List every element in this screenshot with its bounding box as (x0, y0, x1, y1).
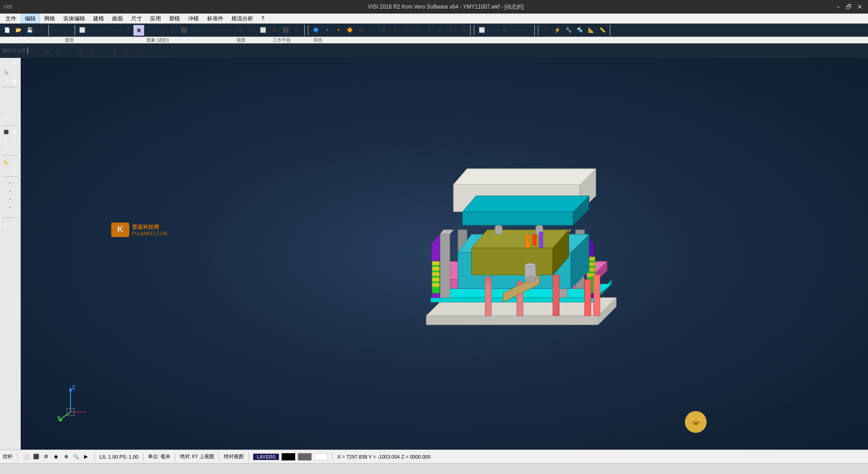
tb-v14[interactable]: ◨ (458, 25, 468, 36)
sb-zoom[interactable]: 🔍 (2, 68, 10, 76)
menu-dimension[interactable]: 尺寸 (127, 14, 146, 24)
color-swatch-black[interactable] (282, 453, 295, 460)
color-swatch-gray[interactable] (298, 453, 311, 460)
menu-grid[interactable]: 网格 (41, 14, 59, 24)
maximize-button[interactable]: 🗗 (844, 2, 854, 11)
sb-arc[interactable]: ◠ (2, 98, 10, 106)
sb-solid[interactable]: ⬛ (2, 128, 10, 136)
sb-circle[interactable]: ○ (11, 98, 19, 106)
sb-spline[interactable]: ∿ (2, 115, 10, 123)
sb-wire[interactable]: ▢ (2, 77, 10, 85)
sb-grid[interactable]: ⊞ (11, 220, 19, 228)
tb-v5[interactable]: ⬢ (356, 25, 367, 36)
sb-trim[interactable]: ✂ (2, 145, 10, 153)
sb-pan[interactable]: ✥ (11, 60, 19, 67)
tb-f8[interactable]: ◈ (109, 45, 120, 56)
tb-sys2[interactable]: ⚡ (552, 25, 563, 36)
tb-v3[interactable]: 🔸 (333, 25, 344, 36)
tb-v1[interactable]: 🔷 (311, 25, 321, 36)
tb-wp3[interactable]: ◼ (499, 25, 510, 36)
tb-t19[interactable]: ⬛ (280, 25, 291, 36)
tb-f1[interactable]: ▭ (30, 45, 41, 56)
tb-t16[interactable]: ⊠ (246, 25, 257, 36)
sb-shade[interactable]: ▣ (11, 77, 19, 85)
tb-t6[interactable]: ▣ (133, 25, 144, 36)
tb-t12[interactable]: ⋮ (201, 25, 212, 36)
menu-file[interactable]: 文件 (2, 14, 20, 24)
status-icon-2[interactable]: ⬛ (32, 453, 40, 461)
tb-v6[interactable]: ⬡ (367, 25, 378, 36)
sb-select[interactable]: ↖ (2, 60, 10, 67)
status-icon-5[interactable]: ⊕ (62, 453, 70, 461)
tb-t18[interactable]: ◼ (269, 25, 280, 36)
tb-undo[interactable]: ↩ (51, 25, 61, 36)
tb-f3[interactable]: ⊡ (53, 45, 64, 56)
tb-t2[interactable]: ◻ (88, 25, 99, 36)
sb-rotate[interactable]: ↻ (11, 68, 19, 76)
status-icon-7[interactable]: ▶ (82, 453, 90, 461)
tb-v4[interactable]: 🔶 (344, 25, 355, 36)
tb-v7[interactable]: ⬟ (378, 25, 389, 36)
sb-fillet[interactable]: ⌒ (11, 145, 19, 153)
tb-open[interactable]: 📂 (13, 25, 24, 36)
tb-t20[interactable]: ▦ (292, 25, 302, 36)
sb-surface[interactable]: ◼ (11, 128, 19, 136)
tb-sys3[interactable]: 🔧 (563, 25, 574, 36)
tb-sys4[interactable]: 🔩 (575, 25, 585, 36)
tb-v11[interactable]: ⬗ (424, 25, 434, 36)
menu-standard[interactable]: 标准件 (203, 14, 227, 24)
tb-redo[interactable]: ↪ (62, 25, 73, 36)
tb-v12[interactable]: ⬖ (435, 25, 446, 36)
status-icon-3[interactable]: ⚙ (42, 453, 50, 461)
sb-m3[interactable]: ─ (2, 195, 19, 203)
tb-t11[interactable]: ⊗ (190, 25, 201, 36)
tb-wp2[interactable]: ◻ (488, 25, 499, 36)
color-swatch-white[interactable] (314, 453, 328, 460)
tb-t9[interactable]: ⊞ (167, 25, 178, 36)
sb-rect[interactable]: ▭ (2, 107, 10, 114)
tb-t8[interactable]: △ (156, 25, 167, 36)
sb-m2[interactable]: ─ (2, 187, 19, 194)
menu-flow[interactable]: 模流分析 (228, 14, 257, 24)
tb-v2[interactable]: 🔹 (322, 25, 333, 36)
tb-v10[interactable]: ⬘ (412, 25, 423, 36)
tb-sys1[interactable]: ⚙ (541, 25, 552, 36)
tb-t4[interactable]: ↔ (111, 25, 122, 36)
menu-solid-edit[interactable]: 实体编辑 (60, 14, 89, 24)
sb-point[interactable]: · (2, 90, 10, 97)
menu-surface[interactable]: 曲面 (108, 14, 127, 24)
tb-t5[interactable]: ⊕ (122, 25, 133, 36)
tb-t7[interactable]: ⬡ (145, 25, 156, 36)
menu-mold[interactable]: 塑模 (165, 14, 184, 24)
sb-mirror[interactable]: ⇔ (11, 137, 19, 144)
menu-help[interactable]: ? (258, 14, 268, 24)
sb-measure[interactable]: 📐 (2, 158, 10, 166)
menu-build[interactable]: 建模 (90, 14, 108, 24)
tb-t14[interactable]: ⊟ (224, 25, 235, 36)
sb-info[interactable]: ℹ (2, 166, 10, 174)
tb-wp1[interactable]: ⬜ (476, 25, 487, 36)
tb-v9[interactable]: ⬙ (401, 25, 412, 36)
menu-edit[interactable]: 编辑 (21, 14, 40, 24)
tb-print[interactable]: 🖨 (36, 25, 47, 36)
tb-save[interactable]: 💾 (24, 25, 35, 36)
tb-sys6[interactable]: 📏 (597, 25, 608, 36)
sb-dim[interactable]: ↔ (11, 158, 19, 166)
tb-t13[interactable]: ▤ (212, 25, 223, 36)
tb-f5[interactable]: ◧ (75, 45, 86, 56)
sb-bool[interactable]: ⊕ (2, 137, 10, 144)
tb-sys5[interactable]: 📐 (586, 25, 597, 36)
status-icon-4[interactable]: ◉ (52, 453, 60, 461)
tb-f9[interactable]: ◉ (121, 45, 132, 56)
tb-t15[interactable]: ▣ (235, 25, 246, 36)
sb-m1[interactable]: ─ (2, 179, 19, 186)
tb-t1[interactable]: ⬜ (77, 25, 88, 36)
sb-prop[interactable]: ⚙ (11, 166, 19, 174)
tb-f10[interactable]: ◍ (132, 45, 143, 56)
title-controls[interactable]: − 🗗 ✕ (834, 2, 864, 11)
status-icon-1[interactable]: ⬜ (22, 453, 30, 461)
tb-v13[interactable]: ◧ (446, 25, 457, 36)
tb-t17[interactable]: ⬜ (258, 25, 269, 36)
tb-t10[interactable]: ⬛ (179, 25, 189, 36)
status-icon-6[interactable]: 🔍 (72, 453, 80, 461)
